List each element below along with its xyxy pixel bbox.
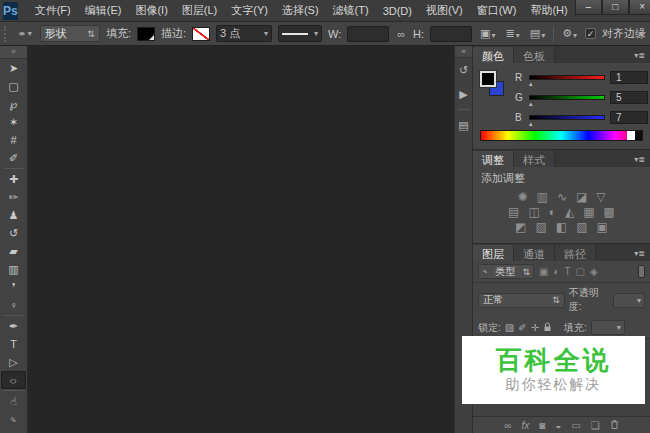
tool-preset-picker[interactable]: ● ▾: [16, 25, 34, 42]
blue-channel-value[interactable]: 7: [610, 111, 648, 124]
new-adjustment-layer-button[interactable]: ◒: [555, 420, 561, 431]
actions-panel-button[interactable]: ▶: [455, 82, 472, 106]
stroke-width-input[interactable]: 3 点 ▾: [216, 25, 272, 42]
menu-image[interactable]: 图像(I): [128, 0, 174, 21]
levels-icon[interactable]: ▥: [537, 191, 548, 203]
fill-swatch[interactable]: [137, 27, 155, 41]
curves-icon[interactable]: ∿: [557, 191, 567, 203]
maximize-button[interactable]: □: [602, 0, 629, 15]
exposure-icon[interactable]: ◪: [576, 191, 587, 203]
lock-image-pixels-icon[interactable]: ✐: [518, 322, 526, 333]
tab-channels[interactable]: 通道: [514, 245, 555, 261]
lock-position-icon[interactable]: ✛: [531, 322, 539, 333]
opacity-select[interactable]: ▾: [613, 293, 645, 308]
blend-mode-select[interactable]: 正常 ⇅: [478, 293, 565, 308]
new-layer-button[interactable]: ❏: [591, 420, 600, 431]
gradient-tool[interactable]: ▥: [0, 260, 27, 278]
minimize-button[interactable]: –: [575, 0, 602, 15]
tab-layers[interactable]: 图层: [473, 245, 514, 261]
crop-tool[interactable]: #: [0, 131, 27, 149]
tab-swatches[interactable]: 色板: [514, 47, 555, 63]
photo-filter-icon[interactable]: ◭: [565, 206, 574, 218]
color-balance-icon[interactable]: ◫: [528, 206, 539, 218]
spot-healing-brush-tool[interactable]: ✚: [0, 170, 27, 188]
green-channel-slider[interactable]: [529, 95, 605, 100]
channel-mixer-icon[interactable]: ▦: [583, 206, 594, 218]
width-input[interactable]: [347, 26, 389, 42]
magic-wand-tool[interactable]: ✶: [0, 113, 27, 131]
tab-adjustments[interactable]: 调整: [473, 151, 514, 167]
lasso-tool[interactable]: ℘: [0, 95, 27, 113]
path-alignment-button[interactable]: ≣ ▾: [504, 26, 522, 41]
eraser-tool[interactable]: ▰: [0, 242, 27, 260]
panel-menu-icon[interactable]: ▾≣: [629, 51, 650, 63]
menu-layer[interactable]: 图层(L): [175, 0, 224, 21]
posterize-icon[interactable]: ▨: [535, 221, 546, 233]
stroke-style-select[interactable]: ▾: [278, 25, 322, 42]
dodge-tool[interactable]: ♀: [0, 296, 27, 314]
brush-tool[interactable]: ✏: [0, 188, 27, 206]
layer-fill-select[interactable]: ▾: [591, 320, 625, 335]
shape-layer-filter-icon[interactable]: ▢: [576, 266, 585, 277]
zoom-tool[interactable]: ♀: [0, 410, 27, 428]
clone-stamp-tool[interactable]: ♟: [0, 206, 27, 224]
blur-tool[interactable]: ❜: [0, 278, 27, 296]
color-lookup-icon[interactable]: ▩: [604, 206, 615, 218]
path-arrangement-button[interactable]: ▤ ▾: [528, 26, 547, 41]
panel-menu-icon[interactable]: ▾≣: [629, 155, 650, 167]
properties-panel-button[interactable]: ▤: [455, 113, 472, 137]
layer-filter-type-select[interactable]: ♀ 类型 ⇅: [478, 264, 534, 279]
black-white-icon[interactable]: ◐: [549, 206, 556, 218]
menu-window[interactable]: 窗口(W): [470, 0, 524, 21]
tab-color[interactable]: 颜色: [473, 47, 514, 63]
pen-tool[interactable]: ✒: [0, 317, 27, 335]
path-selection-tool[interactable]: ▷: [0, 353, 27, 371]
shape-settings-button[interactable]: ⚙ ▾: [560, 26, 579, 41]
red-channel-slider[interactable]: [529, 75, 605, 80]
menu-type[interactable]: 文字(Y): [224, 0, 275, 21]
invert-icon[interactable]: ◩: [515, 221, 526, 233]
path-operations-button[interactable]: ▣ ▾: [478, 26, 497, 41]
layer-style-button[interactable]: fx: [521, 420, 529, 431]
threshold-icon[interactable]: ◧: [556, 221, 567, 233]
link-dimensions-icon[interactable]: ∞: [395, 27, 407, 41]
delete-layer-button[interactable]: [610, 419, 619, 432]
type-tool[interactable]: T: [0, 335, 27, 353]
menu-edit[interactable]: 编辑(E): [78, 0, 129, 21]
height-input[interactable]: [430, 26, 472, 42]
new-group-button[interactable]: ▭: [571, 420, 580, 431]
selective-color-icon[interactable]: ▣: [597, 221, 608, 233]
hue-saturation-icon[interactable]: ▤: [508, 206, 519, 218]
red-channel-value[interactable]: 1: [610, 71, 648, 84]
tab-paths[interactable]: 路径: [555, 245, 596, 261]
menu-help[interactable]: 帮助(H): [523, 0, 574, 21]
menu-filter[interactable]: 滤镜(T): [326, 0, 376, 21]
brightness-contrast-icon[interactable]: ✺: [517, 191, 527, 203]
menu-3d[interactable]: 3D(D): [376, 2, 419, 20]
history-panel-button[interactable]: ↺: [455, 58, 472, 82]
vibrance-icon[interactable]: ▽: [596, 191, 605, 203]
stroke-swatch[interactable]: [192, 27, 210, 41]
smart-object-filter-icon[interactable]: ◈: [590, 266, 598, 277]
menu-file[interactable]: 文件(F): [28, 0, 78, 21]
blue-channel-slider[interactable]: [529, 115, 605, 120]
move-tool[interactable]: ➤: [0, 59, 27, 77]
eyedropper-tool[interactable]: ✐: [0, 149, 27, 167]
toolbar-collapse-button[interactable]: «: [0, 46, 27, 59]
rectangular-marquee-tool[interactable]: ▢: [0, 77, 27, 95]
color-spectrum-ramp[interactable]: [480, 130, 643, 141]
align-edges-checkbox[interactable]: ✓: [585, 28, 596, 39]
pixel-layer-filter-icon[interactable]: ▣: [539, 266, 548, 277]
tool-mode-select[interactable]: 形状 ⇅: [40, 25, 100, 42]
history-brush-tool[interactable]: ↺: [0, 224, 27, 242]
spectrum-black-swatch[interactable]: [635, 131, 642, 140]
layer-filter-toggle[interactable]: [638, 265, 645, 278]
lock-transparent-pixels-icon[interactable]: ▨: [505, 322, 514, 333]
menu-select[interactable]: 选择(S): [275, 0, 326, 21]
adjustment-layer-filter-icon[interactable]: ◐: [553, 266, 559, 277]
type-layer-filter-icon[interactable]: T: [565, 266, 571, 277]
spectrum-white-swatch[interactable]: [627, 131, 635, 140]
hand-tool[interactable]: ☝: [0, 392, 27, 410]
add-layer-mask-button[interactable]: ◙: [539, 420, 545, 431]
link-layers-button[interactable]: ∞: [504, 420, 511, 431]
